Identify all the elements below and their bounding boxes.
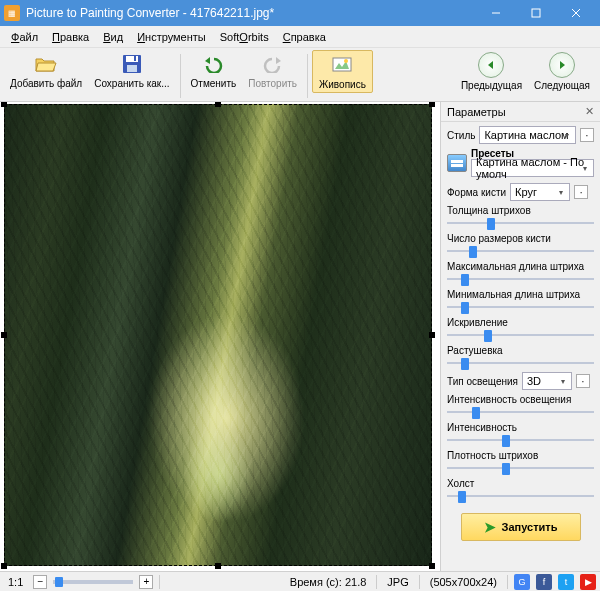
tool-label: Следующая (534, 80, 590, 91)
slider-thumb[interactable] (461, 274, 469, 286)
slider-thumb[interactable] (469, 246, 477, 258)
svg-point-9 (344, 59, 348, 63)
twitter-icon[interactable]: t (558, 574, 574, 590)
chevron-down-icon: ▾ (561, 129, 573, 141)
close-button[interactable] (556, 0, 596, 26)
slider-thumb[interactable] (484, 330, 492, 342)
svg-rect-10 (451, 160, 463, 163)
arrow-right-icon (549, 52, 575, 78)
combo-value: 3D (527, 375, 541, 387)
slider-brush_sizes[interactable] (447, 244, 594, 258)
svg-rect-6 (127, 65, 137, 72)
prev-image-button[interactable]: Предыдущая (455, 50, 528, 93)
zoom-in-button[interactable]: + (139, 575, 153, 589)
facebook-icon[interactable]: f (536, 574, 552, 590)
time-cell: Время (с): 21.8 (286, 576, 371, 588)
play-icon: ➤ (484, 519, 496, 535)
resize-handle-tm[interactable] (215, 102, 221, 107)
menu-view[interactable]: Вид (96, 29, 130, 45)
slider-canvas[interactable] (447, 489, 594, 503)
menu-help[interactable]: Справка (276, 29, 333, 45)
slider-stroke_thickness[interactable] (447, 216, 594, 230)
slider-label-feather: Растушевка (447, 345, 594, 356)
painting-button[interactable]: Живопись (312, 50, 373, 93)
slider-label-light_intensity: Интенсивность освещения (447, 394, 594, 405)
combo-value: Картина маслом (484, 129, 568, 141)
tool-label: Предыдущая (461, 80, 522, 91)
menubar: Файл Правка Вид Инструменты SoftOrbits С… (0, 26, 600, 48)
parameters-panel: Параметры ✕ Стиль Картина маслом ▾ · Пре… (440, 102, 600, 571)
presets-icon (447, 154, 467, 172)
image-canvas[interactable] (4, 104, 432, 566)
slider-light_intensity[interactable] (447, 405, 594, 419)
style-combo[interactable]: Картина маслом ▾ (479, 126, 576, 144)
slider-thumb[interactable] (472, 407, 480, 419)
slider-thumb[interactable] (502, 435, 510, 447)
maximize-button[interactable] (516, 0, 556, 26)
menu-edit[interactable]: Правка (45, 29, 96, 45)
lighting-extra-button[interactable]: · (576, 374, 590, 388)
google-icon[interactable]: G (514, 574, 530, 590)
save-as-button[interactable]: Сохранить как... (88, 50, 175, 91)
run-label: Запустить (502, 521, 558, 533)
slider-curvature[interactable] (447, 328, 594, 342)
slider-intensity[interactable] (447, 433, 594, 447)
slider-label-brush_sizes: Число размеров кисти (447, 233, 594, 244)
titlebar: ▦ Picture to Painting Converter - 417642… (0, 0, 600, 26)
next-image-button[interactable]: Следующая (528, 50, 596, 93)
slider-min_stroke_len[interactable] (447, 300, 594, 314)
resize-handle-bl[interactable] (1, 563, 7, 569)
add-file-button[interactable]: Добавить файл (4, 50, 88, 91)
resize-handle-br[interactable] (429, 563, 435, 569)
redo-icon (261, 52, 285, 76)
svg-rect-5 (126, 56, 138, 62)
painted-image (4, 104, 432, 566)
slider-label-curvature: Искривление (447, 317, 594, 328)
zoom-out-button[interactable]: − (33, 575, 47, 589)
tool-label: Отменить (191, 78, 237, 89)
zoom-slider[interactable] (53, 580, 133, 584)
menu-tools[interactable]: Инструменты (130, 29, 213, 45)
slider-thumb[interactable] (458, 491, 466, 503)
slider-thumb[interactable] (461, 302, 469, 314)
slider-thumb[interactable] (55, 577, 63, 587)
menu-softorbits[interactable]: SoftOrbits (213, 29, 276, 45)
undo-icon (201, 52, 225, 76)
lighting-type-combo[interactable]: 3D▾ (522, 372, 572, 390)
arrow-left-icon (478, 52, 504, 78)
brush-shape-combo[interactable]: Круг ▾ (510, 183, 570, 201)
separator (180, 54, 181, 98)
redo-button[interactable]: Повторить (242, 50, 303, 91)
resize-handle-mr[interactable] (429, 332, 435, 338)
canvas-area[interactable] (0, 102, 440, 571)
svg-rect-1 (532, 9, 540, 17)
resize-handle-ml[interactable] (1, 332, 7, 338)
minimize-button[interactable] (476, 0, 516, 26)
slider-label-intensity: Интенсивность (447, 422, 594, 433)
slider-thumb[interactable] (461, 358, 469, 370)
resize-handle-tr[interactable] (429, 102, 435, 107)
brush-shape-label: Форма кисти (447, 187, 506, 198)
slider-stroke_density[interactable] (447, 461, 594, 475)
run-button[interactable]: ➤ Запустить (461, 513, 581, 541)
preset-combo[interactable]: Картина маслом - По умолч ▾ (471, 159, 594, 177)
brush-shape-extra-button[interactable]: · (574, 185, 588, 199)
undo-button[interactable]: Отменить (185, 50, 243, 91)
style-extra-button[interactable]: · (580, 128, 594, 142)
chevron-down-icon: ▾ (557, 375, 569, 387)
menu-file[interactable]: Файл (4, 29, 45, 45)
youtube-icon[interactable]: ▶ (580, 574, 596, 590)
chevron-down-icon: ▾ (555, 186, 567, 198)
slider-feather[interactable] (447, 356, 594, 370)
resize-handle-bm[interactable] (215, 563, 221, 569)
combo-value: Картина маслом - По умолч (476, 156, 589, 180)
toolbar: Добавить файл Сохранить как... Отменить … (0, 48, 600, 102)
folder-open-icon (34, 52, 58, 76)
slider-thumb[interactable] (502, 463, 510, 475)
slider-thumb[interactable] (487, 218, 495, 230)
panel-close-icon[interactable]: ✕ (585, 105, 594, 118)
slider-max_stroke_len[interactable] (447, 272, 594, 286)
app-icon: ▦ (4, 5, 20, 21)
tool-label: Добавить файл (10, 78, 82, 89)
resize-handle-tl[interactable] (1, 102, 7, 107)
